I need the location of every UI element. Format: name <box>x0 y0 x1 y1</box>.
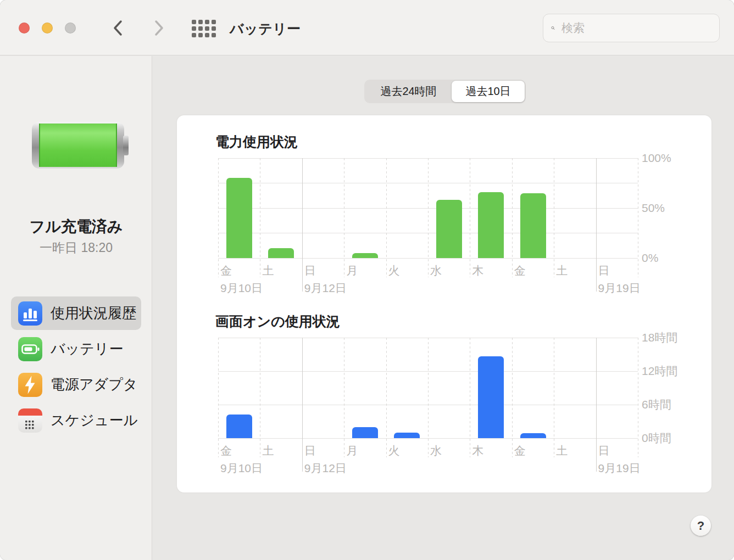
power-adapter-icon <box>18 373 42 397</box>
x-axis-day-label: 土 <box>556 263 568 278</box>
gridline-vertical <box>638 158 638 277</box>
bar <box>478 192 504 258</box>
zoom-button[interactable] <box>65 23 76 33</box>
search-input[interactable] <box>560 21 711 35</box>
tab-past-24-hours[interactable]: 過去24時間 <box>365 81 452 102</box>
chart-plot-area: 0時間6時間12時間18時間金土日月火水木金土日9月10日9月12日9月19日 <box>218 338 638 438</box>
sidebar-item-label: スケジュール <box>51 411 138 430</box>
minimize-button[interactable] <box>42 23 53 33</box>
chevron-right-icon <box>152 20 166 36</box>
battery-status-time: 一昨日 18:20 <box>0 239 152 256</box>
sidebar-item-label: バッテリー <box>51 339 123 359</box>
bar <box>352 253 378 258</box>
x-axis-day-label: 木 <box>472 443 483 458</box>
x-axis-date-label: 9月10日 <box>220 281 263 296</box>
gridline-vertical <box>554 158 554 277</box>
x-axis-day-label: 土 <box>262 443 274 458</box>
gridline-vertical <box>344 158 344 277</box>
x-axis-day-label: 火 <box>388 263 400 278</box>
x-axis-date-label: 9月10日 <box>220 461 263 476</box>
x-axis-day-label: 土 <box>556 443 568 458</box>
x-axis-date-label: 9月19日 <box>598 281 641 296</box>
gridline-vertical <box>428 338 429 457</box>
gridline-vertical <box>554 338 554 457</box>
gridline-vertical <box>344 338 344 457</box>
x-axis-day-label: 月 <box>346 263 358 278</box>
x-axis-date-label: 9月12日 <box>304 281 347 296</box>
y-axis-label: 12時間 <box>642 365 677 378</box>
gridline-week-start <box>596 158 597 292</box>
gridline-week-start <box>596 338 597 472</box>
gridline-vertical <box>638 338 638 457</box>
gridline-vertical <box>218 158 219 277</box>
sidebar-item-label: 電源アダプタ <box>51 375 137 394</box>
sidebar: フル充電済み 一昨日 18:20 使用状況履歴 バッテリー 電源アダプタ スケジ… <box>0 56 152 560</box>
gridline-week-start <box>302 158 303 292</box>
schedule-icon <box>18 408 42 433</box>
x-axis-day-label: 木 <box>472 263 483 278</box>
bar <box>268 248 294 258</box>
x-axis-day-label: 日 <box>304 443 316 458</box>
x-axis-day-label: 金 <box>220 263 232 278</box>
close-button[interactable] <box>19 23 30 33</box>
x-axis-date-label: 9月19日 <box>598 461 641 476</box>
bar <box>478 356 504 438</box>
battery-icon <box>18 337 42 361</box>
chevron-left-icon <box>111 20 125 36</box>
gridline-vertical <box>428 158 429 277</box>
bar <box>226 415 252 438</box>
search-field <box>543 14 720 42</box>
sidebar-item-power-adapter[interactable]: 電源アダプタ <box>11 368 141 401</box>
x-axis-day-label: 日 <box>598 443 610 458</box>
time-range-segmented-control: 過去24時間 過去10日 <box>364 80 526 103</box>
window-title: バッテリー <box>230 20 301 38</box>
gridline-vertical <box>260 158 260 277</box>
y-axis-label: 100% <box>642 152 671 165</box>
y-axis-label: 50% <box>642 201 665 215</box>
y-axis-label: 0% <box>642 251 658 265</box>
chart-title: 電力使用状況 <box>215 133 298 151</box>
chart-plot-area: 0%50%100%金土日月火水木金土日9月10日9月12日9月19日 <box>218 158 638 258</box>
gridline-vertical <box>470 158 470 277</box>
x-axis-day-label: 金 <box>220 443 232 458</box>
bar <box>226 178 252 258</box>
gridline-vertical <box>260 338 260 457</box>
gridline-vertical <box>386 158 387 277</box>
x-axis-day-label: 月 <box>346 443 358 458</box>
bar <box>352 427 378 438</box>
sidebar-item-usage-history[interactable]: 使用状況履歴 <box>11 296 141 330</box>
x-axis-day-label: 水 <box>430 443 442 458</box>
bar <box>520 433 546 438</box>
forward-button[interactable] <box>152 20 166 36</box>
sidebar-item-label: 使用状況履歴 <box>51 304 136 323</box>
gridline-vertical <box>218 338 219 457</box>
bar <box>436 200 462 258</box>
x-axis-day-label: 金 <box>514 443 526 458</box>
gridline-week-start <box>302 338 303 472</box>
bar <box>394 433 420 438</box>
y-axis-label: 0時間 <box>642 432 671 445</box>
gridline-vertical <box>470 338 470 457</box>
show-all-grid-button[interactable] <box>191 19 216 38</box>
sidebar-item-battery[interactable]: バッテリー <box>11 332 141 366</box>
help-button[interactable]: ? <box>691 516 711 536</box>
battery-full-illustration <box>32 122 124 169</box>
bar <box>520 193 546 258</box>
usage-history-icon <box>18 301 42 326</box>
back-button[interactable] <box>111 20 125 36</box>
x-axis-day-label: 水 <box>430 263 442 278</box>
gridline-vertical <box>512 158 513 277</box>
chart-title: 画面オンの使用状況 <box>215 312 340 331</box>
y-axis-label: 6時間 <box>642 398 671 411</box>
x-axis-day-label: 日 <box>304 263 316 278</box>
tab-past-10-days[interactable]: 過去10日 <box>452 81 525 102</box>
x-axis-day-label: 日 <box>598 263 610 278</box>
x-axis-day-label: 金 <box>514 263 526 278</box>
x-axis-day-label: 火 <box>388 443 400 458</box>
toolbar: バッテリー <box>0 0 734 55</box>
sidebar-item-schedule[interactable]: スケジュール <box>11 404 141 437</box>
battery-status-title: フル充電済み <box>0 216 152 237</box>
search-icon <box>551 21 555 35</box>
gridline-vertical <box>386 338 387 457</box>
y-axis-label: 18時間 <box>642 331 677 344</box>
